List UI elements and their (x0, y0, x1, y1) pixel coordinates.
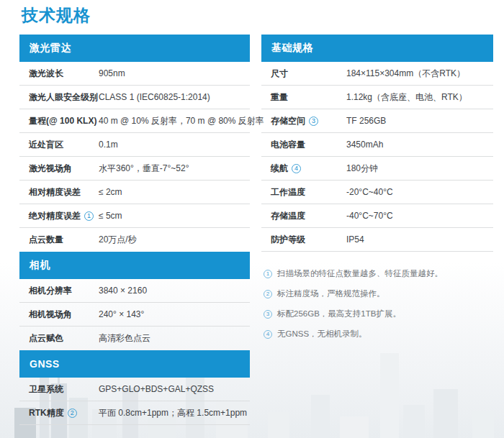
spec-label: 存储空间 3 (271, 115, 346, 127)
spec-value: IP54 (346, 234, 364, 245)
footnote-marker-2-icon: 2 (264, 290, 272, 298)
footnote-marker-1-icon: 1 (264, 270, 272, 278)
spec-value: GPS+GLO+BDS+GAL+QZSS (99, 384, 214, 394)
section-header-camera: 相机 (19, 252, 250, 279)
section-lidar: 激光雷达 激光波长 905nm 激光人眼安全级别 CLASS 1 (IEC608… (19, 35, 250, 252)
footnote-marker-4-icon: 4 (264, 330, 272, 339)
spec-label: 电池容量 (271, 139, 346, 151)
table-row: 存储空间 3 TF 256GB (261, 109, 493, 133)
spec-label: 工作温度 (271, 186, 346, 199)
footnote-text: 标注精度场，严格规范操作。 (277, 288, 385, 299)
spec-label: 续航 4 (271, 163, 346, 175)
spec-value: -40°C~70°C (346, 211, 393, 221)
spec-label-text: 绝对精度误差 (29, 210, 81, 222)
spec-value: 3450mAh (346, 140, 383, 150)
table-row: 近处盲区 0.1m (19, 133, 250, 157)
footnotes-list: 1 扫描场景的特征点数量越多、特征质量越好。 2 标注精度场，严格规范操作。 3… (261, 268, 493, 339)
table-row: 卫星系统 GPS+GLO+BDS+GAL+QZSS (19, 378, 250, 401)
spec-value: 3840 × 2160 (99, 286, 147, 296)
table-row: 绝对精度误差 1 ≤ 5cm (19, 204, 250, 228)
footnote-text: 标配256GB，最高支持1TB扩展。 (277, 309, 401, 319)
table-row: 尺寸 184×115×304mm（不含RTK） (261, 62, 493, 86)
spec-label: 相机视场角 (29, 309, 99, 321)
spec-label: 防护等级 (271, 234, 346, 246)
spec-label: 卫星系统 (29, 383, 99, 396)
spec-value: 184×115×304mm（不含RTK） (346, 68, 465, 80)
spec-value: 水平360°，垂直-7°~52° (99, 163, 189, 175)
spec-value: -20°C~40°C (346, 187, 393, 197)
footnote-ref-4-icon: 4 (292, 164, 301, 173)
footnote-marker-3-icon: 3 (264, 310, 272, 319)
spec-label: 存储温度 (271, 210, 346, 222)
footnote-text: 扫描场景的特征点数量越多、特征质量越好。 (277, 268, 443, 279)
spec-label: 激光人眼安全级别 (29, 91, 99, 104)
table-row: 防护等级 IP54 (261, 228, 493, 252)
table-row: 量程(@ 100 KLX) 40 m @ 10% 反射率，70 m @ 80% … (19, 109, 250, 133)
spec-value: ≤ 5cm (99, 211, 122, 221)
right-column: 基础规格 尺寸 184×115×304mm（不含RTK） 重量 1.12kg（含… (261, 35, 493, 425)
table-row: 点云赋色 高清彩色点云 (19, 327, 250, 350)
spec-value: 20万点/秒 (99, 234, 137, 246)
table-row: 相机分辨率 3840 × 2160 (19, 279, 250, 303)
spec-label: RTK精度 2 (29, 407, 99, 419)
footnote-item: 4 无GNSS，无相机录制。 (264, 329, 493, 339)
spec-value: 905nm (99, 68, 125, 78)
spec-label: 近处盲区 (29, 139, 99, 151)
spec-value: 高清彩色点云 (99, 332, 150, 345)
table-row: 激光波长 905nm (19, 62, 250, 86)
left-column: 激光雷达 激光波长 905nm 激光人眼安全级别 CLASS 1 (IEC608… (19, 35, 250, 425)
spec-value: 40 m @ 10% 反射率，70 m @ 80% 反射率 (99, 115, 264, 127)
table-row: RTK精度 2 平面 0.8cm+1ppm；高程 1.5cm+1ppm (19, 401, 250, 425)
footnote-ref-3-icon: 3 (309, 117, 318, 126)
spec-value: ≤ 2cm (99, 187, 122, 197)
spec-label: 量程(@ 100 KLX) (29, 115, 99, 127)
footnote-ref-2-icon: 2 (68, 409, 77, 418)
page-title: 技术规格 (22, 4, 91, 27)
footnote-item: 1 扫描场景的特征点数量越多、特征质量越好。 (264, 268, 493, 279)
spec-value: 0.1m (99, 140, 118, 150)
spec-value: TF 256GB (346, 116, 386, 126)
table-row: 工作温度 -20°C~40°C (261, 181, 493, 204)
spec-label-text: RTK精度 (29, 407, 64, 419)
table-row: 重量 1.12kg（含底座、电池、RTK） (261, 86, 493, 109)
spec-label: 激光波长 (29, 68, 99, 80)
spec-value: 180分钟 (346, 163, 378, 175)
footnote-item: 2 标注精度场，严格规范操作。 (264, 288, 493, 299)
section-camera: 相机 相机分辨率 3840 × 2160 相机视场角 240° × 143° 点… (19, 252, 250, 350)
spec-columns: 激光雷达 激光波长 905nm 激光人眼安全级别 CLASS 1 (IEC608… (19, 35, 493, 425)
spec-label: 相机分辨率 (29, 285, 99, 297)
footnote-ref-1-icon: 1 (84, 211, 94, 221)
spec-label: 绝对精度误差 1 (29, 210, 99, 222)
section-header-basic: 基础规格 (261, 35, 493, 62)
spec-label: 尺寸 (271, 68, 346, 80)
spec-value: 平面 0.8cm+1ppm；高程 1.5cm+1ppm (99, 407, 247, 419)
table-row: 相机视场角 240° × 143° (19, 303, 250, 327)
table-row: 相对精度误差 ≤ 2cm (19, 181, 250, 204)
spec-value: CLASS 1 (IEC60825-1:2014) (99, 92, 210, 102)
footnote-text: 无GNSS，无相机录制。 (277, 329, 367, 339)
section-basic: 基础规格 尺寸 184×115×304mm（不含RTK） 重量 1.12kg（含… (261, 35, 493, 252)
spec-label: 点云赋色 (29, 332, 99, 345)
table-row: 激光视场角 水平360°，垂直-7°~52° (19, 157, 250, 181)
spec-label-text: 存储空间 (271, 115, 305, 127)
spec-label: 点云数量 (29, 234, 99, 246)
spec-value: 1.12kg（含底座、电池、RTK） (346, 91, 467, 104)
table-row: 存储温度 -40°C~70°C (261, 204, 493, 228)
spec-page: 技术规格 激光雷达 激光波长 905nm 激光人眼安全级别 CLASS 1 (I… (0, 0, 504, 438)
footnote-item: 3 标配256GB，最高支持1TB扩展。 (264, 309, 493, 319)
table-row: 续航 4 180分钟 (261, 157, 493, 181)
table-row: 激光人眼安全级别 CLASS 1 (IEC60825-1:2014) (19, 86, 250, 109)
table-row: 电池容量 3450mAh (261, 133, 493, 157)
spec-label: 激光视场角 (29, 163, 99, 175)
spec-label-text: 续航 (271, 163, 288, 175)
table-row: 点云数量 20万点/秒 (19, 228, 250, 252)
section-gnss: GNSS 卫星系统 GPS+GLO+BDS+GAL+QZSS RTK精度 2 平… (19, 350, 250, 425)
spec-value: 240° × 143° (99, 309, 144, 319)
section-header-lidar: 激光雷达 (19, 35, 250, 62)
section-header-gnss: GNSS (19, 350, 250, 378)
spec-label: 重量 (271, 91, 346, 104)
spec-label: 相对精度误差 (29, 186, 99, 199)
